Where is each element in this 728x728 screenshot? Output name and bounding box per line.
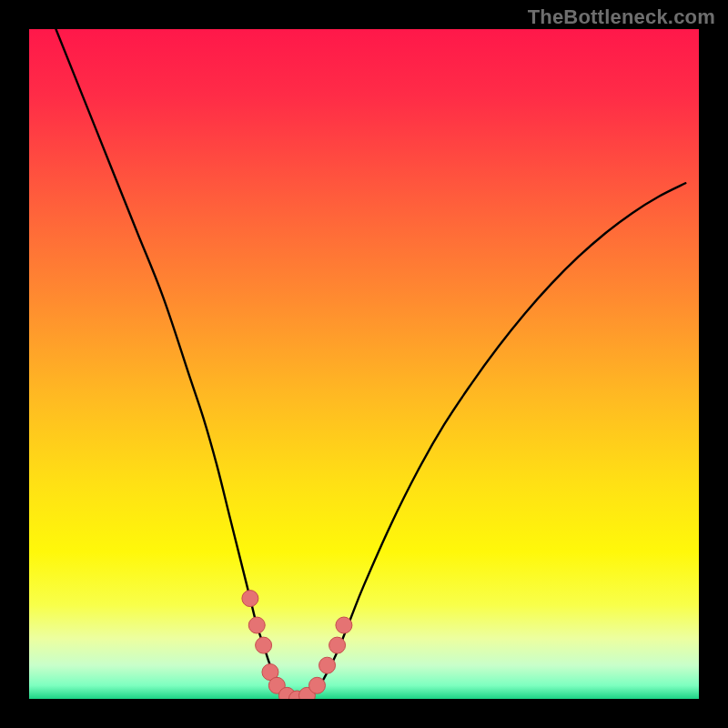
curve-marker [242, 591, 258, 607]
watermark-text: TheBottleneck.com [528, 5, 715, 29]
curve-marker [329, 637, 346, 653]
curve-marker [256, 637, 272, 653]
curve-marker [336, 617, 352, 633]
chart-frame: TheBottleneck.com [0, 0, 728, 728]
gradient-background [29, 29, 699, 699]
curve-marker [248, 617, 265, 633]
chart-svg [29, 29, 699, 699]
plot-area [29, 29, 699, 699]
curve-marker [308, 677, 325, 693]
curve-marker [319, 657, 336, 673]
